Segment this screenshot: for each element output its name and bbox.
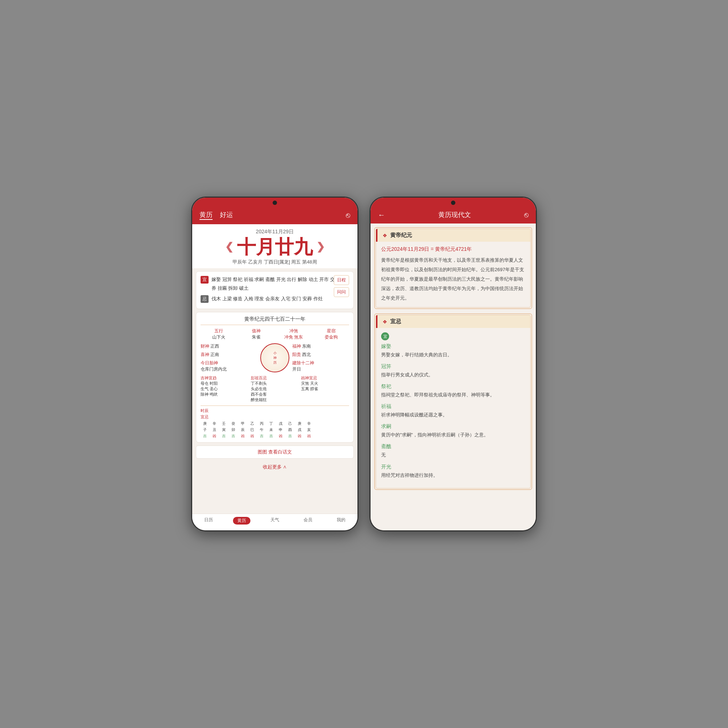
back-icon[interactable]: ←: [378, 211, 385, 219]
wuxing-value: 山下火: [200, 334, 237, 340]
info-grid: 五行 山下火 值神 朱雀 冲煞 冲免 煞东 星宿 娄金狗: [200, 328, 349, 340]
yiji-card-header: ❖ 宜忌: [376, 315, 530, 328]
yi-item-desc: 用经咒对吉祥物进行加持。: [381, 471, 525, 479]
right-phone: ← 黄历现代文 ⎋ ❖ 黄帝纪元 公元2024年11月29日 = 黄帝纪元472…: [369, 197, 537, 531]
richeng-button[interactable]: 日程: [334, 275, 349, 285]
fushen-label: 福神: [292, 344, 301, 349]
shichen-gan: 丁: [267, 421, 275, 426]
shichen-zhi: 巳: [248, 427, 257, 433]
shichen-gan: 丙: [257, 421, 266, 426]
yi-item-desc: 无: [381, 451, 525, 459]
xingxiu-label: 星宿: [313, 328, 349, 334]
lunar-month-day: ❮ 十月廿九 ❯: [199, 237, 350, 257]
yi-item-title: 求嗣: [381, 423, 525, 430]
huangdi-card-body: 公元2024年11月29日 = 黄帝纪元4721年 黄帝纪年是根据黄帝历和天干地…: [376, 242, 530, 307]
shichen-zhi: 酉: [286, 427, 294, 433]
nav-tianqi[interactable]: 天气: [258, 517, 292, 525]
nav-huiyuan-label: 会员: [304, 517, 312, 523]
right-shen-info: 福神 东南 阳贵 西北 建除十二神 开日: [292, 343, 349, 372]
wenwen-button[interactable]: 问问: [334, 287, 349, 297]
yi-label: 宜: [200, 276, 209, 284]
shichen-header2: 宜忌: [200, 414, 209, 420]
tab-huangli[interactable]: 黄历: [199, 210, 213, 220]
shichen-zhi: 辰: [239, 427, 247, 433]
shichen-status: 吉: [200, 434, 209, 439]
yi-item: 斋醮无: [381, 444, 525, 459]
chongsha-cell: 冲煞 冲免 煞东: [275, 328, 312, 340]
shichen-status: 凶: [239, 434, 247, 439]
shichen-zhi: 卯: [229, 427, 238, 433]
left-phone: 黄历 好运 ⎋ 2024年11月29日 ❮ 十月廿九 ❯ 甲辰年 乙亥月 丁酉日…: [191, 197, 359, 531]
right-share-icon[interactable]: ⎋: [524, 211, 529, 219]
xishen-pair: 喜神 正南: [200, 352, 257, 358]
shichen-zhi: 子: [200, 427, 209, 433]
collapse-button[interactable]: 收起更多 ∧: [192, 462, 358, 473]
jishen-items: 母仓 时阳 生气 圣心 除神 鸣吠: [200, 381, 249, 397]
shichen-section: 时辰 宜忌 庚辛壬癸甲乙丙丁戊己庚辛子丑寅卯辰巳午未申酉戌亥吉凶吉吉凶凶吉吉凶吉…: [200, 405, 349, 439]
tab-haoyun[interactable]: 好运: [220, 210, 233, 220]
shichen-status: 凶: [305, 434, 314, 439]
xiongshen-items: 灾煞 天火 五离 朜雀: [301, 381, 349, 392]
jishen-title: 吉神宜趋: [200, 375, 249, 381]
yi-item-desc: 指举行男女成人的仪式。: [381, 371, 525, 379]
caishen-label: 财神: [200, 344, 209, 349]
yi-item-desc: 指祠堂之祭祀、即拜祭祖先或庙寺的祭拜、神明等事。: [381, 391, 525, 399]
shichen-gan: 辛: [305, 421, 314, 426]
shichen-header1: 时辰: [200, 408, 209, 413]
shichen-zhi: 寅: [219, 427, 228, 433]
xiongshen-title: 凶神宜忌: [301, 375, 349, 381]
yi-item-title: 祈福: [381, 403, 525, 410]
yi-item: 冠笄指举行男女成人的仪式。: [381, 363, 525, 379]
huangdi-card-inner: ❖ 黄帝纪元 公元2024年11月29日 = 黄帝纪元4721年 黄帝纪年是根据…: [376, 229, 531, 307]
shichen-status: 凶: [295, 434, 304, 439]
yi-item: 求嗣黄历中的"求嗣"，指向神明祈求后嗣（子孙）之意。: [381, 423, 525, 439]
nav-wode[interactable]: 我的: [324, 517, 358, 525]
chongsha-value: 冲免 煞东: [275, 334, 312, 340]
shichen-gan: 乙: [248, 421, 257, 426]
shichen-gan: 庚: [200, 421, 209, 426]
right-phone-notch: [451, 200, 455, 205]
left-arrow-icon[interactable]: ❮: [225, 241, 233, 252]
right-header-title: 黄历现代文: [438, 210, 471, 219]
nav-huangli[interactable]: 黄历: [225, 517, 258, 525]
shichen-status: 吉: [219, 434, 228, 439]
taisheng-pair: 今日胎神 仓库门房内北: [200, 360, 257, 372]
shichen-zhi: 亥: [305, 427, 314, 433]
shichen-gan: 癸: [229, 421, 238, 426]
nav-huiyuan[interactable]: 会员: [291, 517, 324, 525]
yi-item-title: 嫁娶: [381, 343, 525, 350]
pengzu-title: 彭祖百忌: [251, 375, 299, 381]
middle-section: 财神 正西 喜神 正南 今日胎神 仓库门房内北 小 神: [200, 343, 349, 372]
yi-badge: 宜: [381, 332, 389, 340]
yanggui-label: 阳贵: [292, 352, 301, 357]
fushen-pair: 福神 东南: [292, 343, 349, 349]
jianchu-pair: 建除十二神 开日: [292, 360, 349, 372]
taisheng-value: 仓库门房内北: [200, 366, 257, 372]
shichen-status: 吉: [267, 434, 275, 439]
highlight-date: 公元2024年11月29日 = 黄帝纪元4721年: [381, 246, 525, 252]
chongsha-label: 冲煞: [275, 328, 312, 334]
yi-item-desc: 黄历中的"求嗣"，指向神明祈求后嗣（子孙）之意。: [381, 431, 525, 439]
yanggui-pair: 阳贵 西北: [292, 352, 349, 358]
yi-item: 嫁娶男娶女嫁，举行结婚大典的吉日。: [381, 343, 525, 359]
huangdi-title: 黄帝纪元四千七百二十一年: [200, 316, 349, 325]
shichen-items: 庚辛壬癸甲乙丙丁戊己庚辛子丑寅卯辰巳午未申酉戌亥吉凶吉吉凶凶吉吉凶吉凶凶: [200, 421, 349, 439]
shichen-gan: 戊: [276, 421, 285, 426]
huangdi-section: 黄帝纪元四千七百二十一年 五行 山下火 值神 朱雀 冲煞 冲免 煞东: [196, 312, 354, 443]
nav-rili[interactable]: 日历: [192, 517, 225, 525]
baihua-link[interactable]: 图图 查看白话文: [196, 445, 354, 459]
shichen-zhi: 丑: [210, 427, 219, 433]
shichen-zhi: 戌: [295, 427, 304, 433]
shichen-gan: 己: [286, 421, 294, 426]
yi-item-title: 斋醮: [381, 444, 525, 450]
xingxiu-value: 娄金狗: [313, 334, 349, 340]
share-icon[interactable]: ⎋: [346, 211, 350, 219]
yi-item-title: 冠笄: [381, 363, 525, 370]
jianchu-label: 建除十二神: [292, 360, 314, 366]
yi-item-title: 开光: [381, 464, 525, 470]
shichen-gan: 壬: [219, 421, 228, 426]
xishen-label: 喜神: [200, 352, 209, 357]
yiji-card-body: 宜 嫁娶男娶女嫁，举行结婚大典的吉日。冠笄指举行男女成人的仪式。祭祀指祠堂之祭祀…: [376, 328, 530, 488]
shichen-zhi: 申: [276, 427, 285, 433]
right-arrow-icon[interactable]: ❯: [316, 241, 325, 252]
